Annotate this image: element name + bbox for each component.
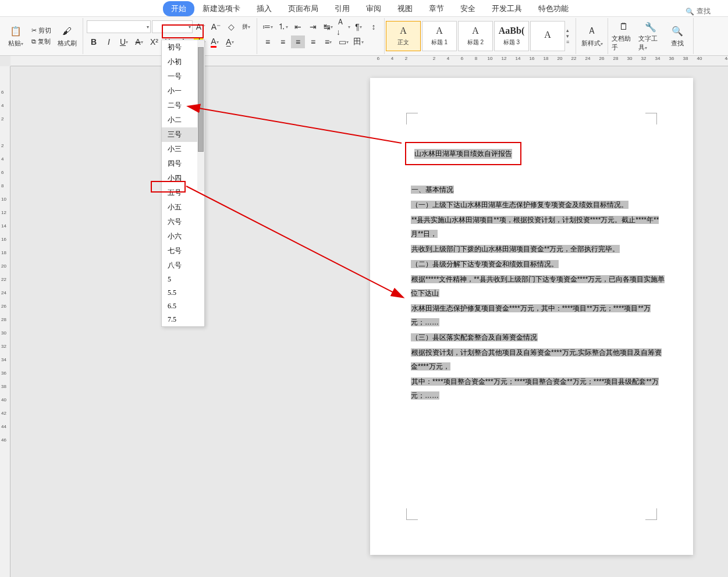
align-right-button[interactable]: ≡ <box>306 35 320 48</box>
align-justify-button[interactable]: ≡ <box>291 35 305 48</box>
format-painter-button[interactable]: 🖌 格式刷 <box>55 19 79 53</box>
number-list-button[interactable]: ⒈▾ <box>276 20 290 33</box>
shrink-font-icon[interactable]: A⁻ <box>209 20 223 33</box>
tab-features[interactable]: 特色功能 <box>530 1 577 16</box>
italic-button[interactable]: I <box>102 35 116 48</box>
search-box[interactable]: 🔍查找 <box>686 6 711 16</box>
fontsize-option[interactable]: 七号 <box>162 244 204 258</box>
doc-line[interactable]: （三）县区落实配套整合及自筹资金情况 <box>411 330 665 344</box>
doc-assist-button[interactable]: 🗒 文档助手 <box>612 19 636 53</box>
style-cell[interactable]: A标题 2 <box>458 21 493 51</box>
paste-icon: 📋 <box>9 25 22 38</box>
char-shading-button[interactable]: A̲▾ <box>223 35 237 48</box>
style-cell[interactable]: A标题 1 <box>422 21 457 51</box>
vertical-ruler[interactable]: 6422468101214161820222426283032343638404… <box>0 66 10 577</box>
tab-view[interactable]: 视图 <box>389 1 421 16</box>
fontsize-option[interactable]: 八号 <box>162 258 204 273</box>
style-cell[interactable]: A <box>530 21 565 51</box>
dropdown-scrollbar[interactable] <box>197 40 204 191</box>
pinyin-icon[interactable]: 拼▾ <box>239 20 253 33</box>
scissors-icon: ✂ <box>31 27 37 34</box>
tab-review[interactable]: 审阅 <box>358 1 389 16</box>
fontsize-option[interactable]: 六号 <box>162 215 204 229</box>
align-left-button[interactable]: ≡ <box>261 35 275 48</box>
para-shading-button[interactable]: ▭▾ <box>336 35 350 48</box>
font-name-combo[interactable]: ▾ <box>87 20 151 33</box>
text-tools-button[interactable]: 🔧 文字工具▾ <box>638 19 663 53</box>
paste-button[interactable]: 📋 粘贴▾ <box>3 19 28 53</box>
tab-chapter[interactable]: 章节 <box>421 1 452 16</box>
paragraph-group: ≔▾ ⒈▾ ⇤ ⇥ ↹▾ Ａ↓▾ ¶▾ ↕ ≡ ≡ ≡ ≡ ≡▾ ▭▾ 田▾ <box>257 18 385 54</box>
font-size-combo[interactable]: ▾ <box>152 20 193 33</box>
tab-devtools[interactable]: 开发工具 <box>484 1 530 16</box>
workzone: 6422468101214161820222426283032343638404… <box>0 56 728 577</box>
line-spacing-button[interactable]: ↕ <box>367 20 381 33</box>
doc-title[interactable]: 山水林田湖草项目绩效自评报告 <box>414 149 512 159</box>
font-size-dropdown: 初号小初一号小一二号小二三号小三四号小四五号小五六号小六七号八号55.56.57… <box>161 40 205 327</box>
copy-button[interactable]: ⧉复制 <box>30 37 52 47</box>
doc-line[interactable]: 根据投资计划，计划整合其他项目及自筹资金****万元,实际整合其他项目及自筹资金… <box>411 346 665 373</box>
align-center-button[interactable]: ≡ <box>276 35 290 48</box>
tab-insert[interactable]: 插入 <box>248 1 280 16</box>
brush-icon: 🖌 <box>61 25 73 38</box>
tab-newtab[interactable]: 新建选项卡 <box>194 1 248 16</box>
tab-start[interactable]: 开始 <box>163 1 194 16</box>
fontsize-option[interactable]: 5 <box>162 273 204 286</box>
doc-line[interactable]: **县共实施山水林田湖项目**项，根据投资计划，计划投资****万元。截止***… <box>411 213 665 241</box>
align-distrib-button[interactable]: ≡▾ <box>321 35 335 48</box>
document-page[interactable]: 山水林田湖草项目绩效自评报告 一、基本情况（一）上级下达山水林田湖草生态保护修复… <box>370 78 693 555</box>
style-gallery-more[interactable]: ▴▾≡ <box>566 27 574 45</box>
grow-font-icon[interactable]: A⁺ <box>194 20 208 33</box>
indent-inc-button[interactable]: ⇥ <box>306 20 320 33</box>
font-color-button[interactable]: A▾ <box>208 35 222 48</box>
newstyle-icon: Ａ <box>585 25 598 38</box>
tab-security[interactable]: 安全 <box>452 1 484 16</box>
underline-button[interactable]: U▾ <box>117 35 131 48</box>
bold-button[interactable]: B <box>87 35 101 48</box>
border-button[interactable]: 田▾ <box>351 35 365 48</box>
newstyle-group: Ａ 新样式▾ <box>576 18 608 54</box>
cut-button[interactable]: ✂剪切 <box>30 26 52 35</box>
doc-line[interactable]: （二）县级分解下达专项资金和绩效目标情况。 <box>411 257 665 271</box>
tab-stops-button[interactable]: ↹▾ <box>321 20 335 33</box>
fontsize-option[interactable]: 5.5 <box>162 286 204 300</box>
superscript-button[interactable]: X² <box>147 35 161 48</box>
fontsize-option[interactable]: 7.5 <box>162 313 204 326</box>
ribbon: 📋 粘贴▾ ✂剪切 ⧉复制 🖌 格式刷 ▾ ▾ A⁺ A⁻ ◇ 拼▾ B I <box>0 16 728 56</box>
title-highlight-box: 山水林田湖草项目绩效自评报告 <box>405 142 521 165</box>
margin-corner <box>406 508 418 520</box>
margin-corner <box>406 113 418 124</box>
doc-body[interactable]: 一、基本情况（一）上级下达山水林田湖草生态保护修复专项资金及绩效目标情况。**县… <box>411 183 665 404</box>
new-style-button[interactable]: Ａ 新样式▾ <box>580 19 604 53</box>
quick-access-toolbar: ≡ 文件▾ 💾 🗎 🖶 🔍 ↶▾ ↷▾ 开始 新建选项卡 插入 页面布局 引用 … <box>0 0 728 16</box>
style-cell[interactable]: A正文 <box>386 21 421 51</box>
doc-line[interactable]: 共收到上级部门下拨的山水林田湖项目资金**万元，全部执行完毕。 <box>411 242 665 256</box>
horizontal-ruler[interactable]: 6422468101214161820222426283032343638404… <box>10 56 728 66</box>
margin-corner <box>645 113 657 124</box>
doc-line[interactable]: 根据*****文件精神，**县共收到上级部门下达专项资金****万元，已向各项目… <box>411 272 665 300</box>
style-cell[interactable]: AaBb(标题 3 <box>494 21 529 51</box>
tab-reference[interactable]: 引用 <box>326 1 358 16</box>
search-icon: 🔍 <box>686 8 694 16</box>
margin-corner <box>645 508 657 520</box>
indent-dec-button[interactable]: ⇤ <box>291 20 305 33</box>
fontsize-option[interactable]: 6.5 <box>162 300 204 313</box>
tools-group: 🗒 文档助手 🔧 文字工具▾ 🔍 查找 <box>608 18 694 54</box>
doc-line[interactable]: 一、基本情况 <box>411 183 665 197</box>
copy-icon: ⧉ <box>31 38 36 45</box>
doc-line[interactable]: 其中：****项目整合资金***万元；****项目整合资金**万元；****项目… <box>411 375 665 403</box>
texttools-icon: 🔧 <box>644 20 657 33</box>
clear-format-icon[interactable]: ◇ <box>224 20 238 33</box>
fontsize-option[interactable]: 小五 <box>162 200 204 215</box>
strikethrough-button[interactable]: A▾ <box>132 35 146 48</box>
find-button[interactable]: 🔍 查找 <box>665 19 690 53</box>
tab-pagelayout[interactable]: 页面布局 <box>280 1 326 16</box>
sort-button[interactable]: Ａ↓▾ <box>336 20 350 33</box>
bullet-list-button[interactable]: ≔▾ <box>261 20 275 33</box>
doc-line[interactable]: 水林田湖生态保护修复项目资金****万元，其中：****项目**万元；****项… <box>411 301 665 329</box>
doc-line[interactable]: （一）上级下达山水林田湖草生态保护修复专项资金及绩效目标情况。 <box>411 198 665 212</box>
style-gallery: A正文A标题 1A标题 2AaBb(标题 3A▴▾≡ <box>385 18 576 54</box>
docassist-icon: 🗒 <box>617 20 630 33</box>
fontsize-option[interactable]: 小六 <box>162 229 204 244</box>
show-marks-button[interactable]: ¶▾ <box>351 20 365 33</box>
